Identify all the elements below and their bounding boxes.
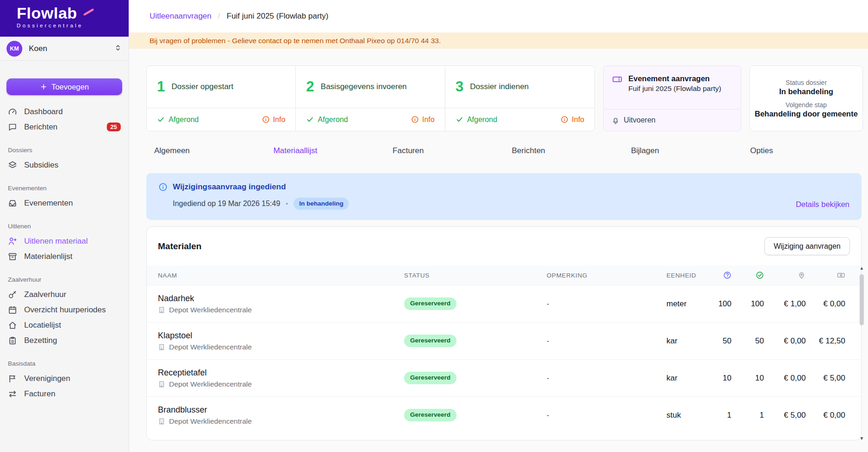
sidebar-item-zaalverhuur[interactable]: Zaalverhuur [0, 287, 129, 302]
nav-section-uitlenen: Uitlenen [8, 223, 121, 230]
event-card-subtitle: Fuif juni 2025 (Flowlab party) [628, 84, 721, 94]
nav-section-dossiers: Dossiers [8, 147, 121, 154]
material-total-price: € 12,50 [806, 336, 850, 346]
material-name: Nadarhek [158, 294, 404, 303]
material-unit: meter [666, 299, 703, 309]
scroll-up-icon[interactable]: ▲ [860, 266, 864, 271]
info-icon [262, 116, 270, 123]
table-row[interactable]: Brandblusser Depot Werkliedencentrale Ge… [147, 396, 861, 433]
sidebar-item-bezetting[interactable]: Bezetting [0, 333, 129, 348]
sidebar-item-facturen[interactable]: Facturen [0, 386, 129, 401]
event-execute-button[interactable]: Uitvoeren [604, 109, 741, 131]
material-name: Klapstoel [158, 331, 404, 341]
clipboard-icon [8, 336, 17, 345]
check-circle-icon [731, 271, 764, 279]
event-execute-label: Uitvoeren [624, 116, 655, 124]
sidebar-item-verenigingen[interactable]: Verenigingen [0, 371, 129, 386]
tab-berichten[interactable]: Berichten [504, 146, 623, 155]
status-value: In behandeling [779, 87, 833, 96]
sidebar-item-uitlenen-materiaal[interactable]: Uitlenen materiaal [0, 233, 129, 249]
sidebar-nav: Dashboard Berichten 25 Dossiers Subsidie… [0, 104, 129, 401]
table-row[interactable]: Klapstoel Depot Werkliedencentrale Geres… [147, 322, 861, 359]
sidebar-item-label: Uitlenen materiaal [24, 237, 88, 246]
sidebar-item-subsidies[interactable]: Subsidies [0, 157, 129, 173]
sidebar-item-label: Bezetting [24, 336, 57, 345]
scrollbar-track[interactable] [858, 271, 865, 436]
calendar-icon [8, 305, 17, 315]
change-request-date: Ingediend op 19 Mar 2026 15:49 [173, 200, 280, 208]
step-status: Afgerond [157, 116, 199, 124]
step-info-button[interactable]: Info [262, 116, 286, 124]
add-button[interactable]: Toevoegen [7, 78, 122, 95]
building-icon [158, 381, 165, 388]
request-change-button[interactable]: Wijziging aanvragen [764, 237, 850, 255]
tab-materiaallijst[interactable]: Materiaallijst [266, 146, 385, 155]
building-icon [158, 306, 165, 314]
tab-algemeen[interactable]: Algemeen [146, 146, 266, 155]
status-label: Status dossier [786, 79, 827, 86]
sidebar-item-label: Overzicht huurperiodes [24, 305, 106, 315]
tab-opties[interactable]: Opties [742, 146, 861, 155]
add-button-label: Toevoegen [52, 83, 89, 91]
breadcrumb-separator: / [218, 12, 220, 21]
material-remark: - [547, 300, 666, 308]
tab-facturen[interactable]: Facturen [385, 146, 504, 155]
step-status: Afgerond [306, 116, 348, 124]
vertical-scrollbar[interactable]: ▲ ▼ [858, 266, 865, 441]
step-info-button[interactable]: Info [561, 116, 584, 124]
sidebar-item-dashboard[interactable]: Dashboard [0, 104, 129, 119]
material-unit-price: € 5,00 [764, 411, 806, 420]
sidebar-item-materialenlijst[interactable]: Materialenlijst [0, 249, 129, 264]
table-row[interactable]: Receptietafel Depot Werkliedencentrale G… [147, 359, 861, 396]
ticket-icon [612, 74, 623, 109]
step-3: 3 Dossier indienen Afgerond Info [445, 66, 594, 131]
material-reserved: 10 [731, 374, 764, 383]
sidebar-item-evenementen[interactable]: Evenementen [0, 195, 129, 211]
material-requested: 100 [703, 299, 731, 309]
sidebar-item-label: Facturen [24, 389, 55, 399]
sidebar-item-label: Berichten [24, 123, 58, 132]
check-icon [456, 116, 463, 123]
scrollbar-thumb[interactable] [860, 274, 864, 325]
material-requested: 50 [703, 336, 731, 346]
main-area: Uitleenaanvragen / Fuif juni 2025 (Flowl… [129, 0, 868, 452]
sidebar-item-label: Dashboard [24, 107, 63, 116]
bell-icon [612, 116, 620, 124]
sidebar-item-locatielijst[interactable]: Locatielijst [0, 317, 129, 333]
contact-notice-banner: Bij vragen of problemen - Gelieve contac… [129, 32, 868, 49]
inbox-icon [8, 199, 17, 208]
material-depot: Depot Werkliedencentrale [169, 417, 252, 426]
event-card-title: Evenement aanvragen [628, 73, 721, 84]
scroll-down-icon[interactable]: ▼ [860, 436, 864, 441]
step-info-button[interactable]: Info [411, 116, 435, 124]
banknote-icon [806, 271, 850, 279]
app-root: Flowlab Dossiercentrale KM Koen Toevoege… [0, 0, 868, 452]
flag-icon [8, 374, 17, 383]
table-row[interactable]: Nadarhek Depot Werkliedencentrale Gerese… [147, 285, 861, 322]
user-menu[interactable]: KM Koen [0, 37, 129, 61]
step-number: 3 [456, 78, 463, 95]
material-requested: 10 [703, 374, 731, 383]
status-badge: Gereserveerd [404, 372, 457, 384]
status-card: Status dossier In behandeling Volgende s… [750, 65, 863, 131]
sidebar-item-berichten[interactable]: Berichten 25 [0, 119, 129, 135]
step-title: Dossier indienen [470, 82, 529, 91]
change-request-banner: Wijzigingsaanvraag ingediend Ingediend o… [146, 173, 861, 220]
lend-icon [8, 237, 17, 246]
step-2: 2 Basisgegevens invoeren Afgerond Info [296, 66, 445, 131]
sidebar-item-overzicht-huurperiodes[interactable]: Overzicht huurperiodes [0, 302, 129, 317]
breadcrumb-parent-link[interactable]: Uitleenaanvragen [150, 12, 211, 21]
sidebar-item-label: Zaalverhuur [24, 290, 66, 299]
step-number: 1 [157, 78, 165, 95]
status-badge: Gereserveerd [404, 297, 457, 310]
material-reserved: 50 [731, 336, 764, 346]
pin-icon [764, 271, 806, 279]
chat-icon [8, 123, 17, 132]
material-reserved: 100 [731, 299, 764, 309]
dossier-tabs: Algemeen Materiaallijst Facturen Bericht… [146, 141, 861, 161]
view-details-link[interactable]: Details bekijken [796, 200, 849, 209]
material-remark: - [547, 411, 666, 420]
tab-bijlagen[interactable]: Bijlagen [623, 146, 743, 155]
building-icon [158, 418, 165, 425]
materials-card: Materialen Wijziging aanvragen NAAM STAT… [146, 226, 861, 440]
